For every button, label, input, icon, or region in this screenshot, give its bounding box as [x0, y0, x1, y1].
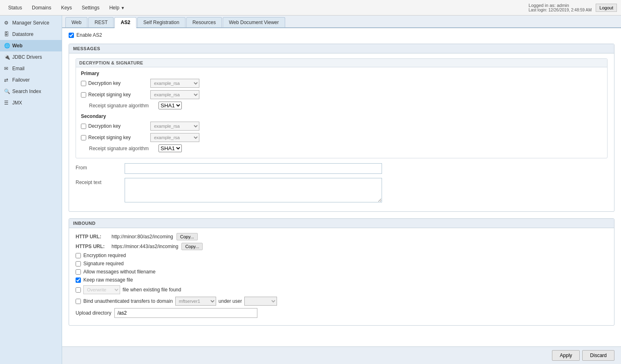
https-url-label: HTTPS URL: — [76, 244, 108, 249]
sidebar-item-email[interactable]: ✉ Email — [0, 63, 62, 74]
logout-button[interactable]: Logout — [596, 4, 617, 12]
primary-algo-select[interactable]: SHA1 — [159, 102, 182, 109]
bind-unauthenticated-row: Bind unauthenticated transfers to domain… — [76, 297, 608, 306]
primary-algo-row: Receipt signature algorithm SHA1 — [81, 102, 602, 109]
secondary-label: Secondary — [81, 113, 602, 119]
primary-decryption-key-row: Decryption key example_rsa — [81, 79, 602, 88]
database-icon: 🗄 — [4, 31, 10, 37]
sidebar-item-failover[interactable]: ⇄ Failover — [0, 74, 62, 86]
tab-rest[interactable]: REST — [88, 17, 114, 27]
bottom-bar: Apply Discard — [62, 346, 621, 364]
failover-icon: ⇄ — [4, 77, 10, 83]
content-area: Web REST AS2 Self Registration Resources… — [62, 16, 621, 364]
primary-receipt-signing-key-label[interactable]: Receipt signing key — [81, 92, 150, 98]
tab-web-document-viewer[interactable]: Web Document Viewer — [223, 17, 285, 27]
tab-web[interactable]: Web — [65, 17, 87, 27]
under-user-label: under user — [219, 298, 242, 304]
allow-messages-label[interactable]: Allow messages without filename — [83, 269, 156, 275]
bind-user-select[interactable] — [244, 297, 277, 306]
receipt-text-row: Receipt text — [76, 178, 608, 202]
tab-self-registration[interactable]: Self Registration — [137, 17, 185, 27]
plug-icon: 🔌 — [4, 54, 10, 60]
overwrite-suffix-label: file when existing file found — [123, 287, 181, 293]
encryption-required-row: Encryption required — [76, 253, 608, 258]
secondary-decryption-key-label[interactable]: Decryption key — [81, 123, 150, 129]
sidebar-item-manager-service[interactable]: ⚙ Manager Service — [0, 17, 62, 29]
enable-as2-checkbox[interactable] — [69, 33, 74, 38]
primary-label: Primary — [81, 71, 602, 76]
jmx-icon: ☰ — [4, 100, 10, 106]
https-url-row: HTTPS URL: https://minor:443/as2/incomin… — [76, 243, 608, 250]
sidebar-item-jmx[interactable]: ☰ JMX — [0, 97, 62, 109]
login-info: Logged in as: admin Last login: 12/26/20… — [529, 3, 592, 12]
primary-receipt-signing-key-checkbox[interactable] — [81, 92, 86, 98]
http-url-copy-button[interactable]: Copy... — [176, 233, 198, 240]
primary-decryption-key-checkbox[interactable] — [81, 81, 86, 86]
nav-help[interactable]: Help ▼ — [105, 2, 129, 14]
secondary-receipt-signing-key-checkbox[interactable] — [81, 135, 86, 140]
sidebar-item-search-index[interactable]: 🔍 Search Index — [0, 86, 62, 97]
upload-directory-row: Upload directory /as2 — [76, 308, 608, 318]
globe-icon: 🌐 — [4, 43, 10, 49]
http-url-row: HTTP URL: http://minor:80/as2/incoming C… — [76, 233, 608, 240]
nav-status[interactable]: Status — [4, 2, 26, 14]
https-url-copy-button[interactable]: Copy... — [181, 243, 203, 250]
primary-receipt-signing-key-select[interactable]: example_rsa — [150, 90, 199, 99]
sidebar: ⚙ Manager Service 🗄 Datastore 🌐 Web 🔌 JD… — [0, 16, 62, 364]
nav-domains[interactable]: Domains — [28, 2, 55, 14]
bind-unauthenticated-label: Bind unauthenticated transfers to domain — [83, 298, 173, 304]
top-nav: Status Domains Keys Settings Help ▼ Logg… — [0, 0, 621, 16]
secondary-decryption-key-checkbox[interactable] — [81, 124, 86, 129]
keep-raw-label[interactable]: Keep raw message file — [83, 277, 133, 283]
upload-directory-input[interactable]: /as2 — [114, 308, 257, 318]
sidebar-item-jdbc-drivers[interactable]: 🔌 JDBC Drivers — [0, 51, 62, 63]
primary-algo-label: Receipt signature algorithm — [89, 103, 159, 109]
from-input[interactable] — [125, 163, 382, 174]
receipt-text-input[interactable] — [125, 178, 382, 202]
bind-domain-select[interactable]: mftserver1 — [175, 297, 216, 306]
secondary-receipt-signing-key-select[interactable]: example_rsa — [150, 133, 199, 142]
enable-as2-row: Enable AS2 — [69, 32, 614, 38]
secondary-decryption-key-select[interactable]: example_rsa — [150, 122, 199, 131]
signature-required-checkbox[interactable] — [76, 261, 81, 266]
bind-unauthenticated-checkbox[interactable] — [76, 299, 81, 304]
http-url-label: HTTP URL: — [76, 234, 108, 240]
sidebar-item-web[interactable]: 🌐 Web — [0, 40, 62, 51]
primary-decryption-key-select[interactable]: example_rsa — [150, 79, 199, 88]
secondary-algo-row: Receipt signature algorithm SHA1 — [81, 144, 602, 152]
enable-as2-label[interactable]: Enable AS2 — [76, 32, 102, 38]
from-label: From — [76, 163, 125, 171]
signature-required-label[interactable]: Signature required — [83, 261, 124, 266]
allow-messages-checkbox[interactable] — [76, 269, 81, 275]
secondary-receipt-signing-key-label[interactable]: Receipt signing key — [81, 135, 150, 140]
tab-as2[interactable]: AS2 — [114, 17, 136, 28]
keep-raw-checkbox[interactable] — [76, 277, 81, 283]
decryption-signature-section: DECRYPTION & SIGNATURE Primary Decryptio… — [76, 58, 608, 158]
inner-content: Enable AS2 MESSAGES DECRYPTION & SIGNATU… — [62, 28, 621, 346]
encryption-required-label[interactable]: Encryption required — [83, 253, 126, 258]
nav-settings[interactable]: Settings — [78, 2, 103, 14]
tab-resources[interactable]: Resources — [186, 17, 222, 27]
secondary-group: Secondary Decryption key example_rsa — [81, 113, 602, 152]
sidebar-item-datastore[interactable]: 🗄 Datastore — [0, 29, 62, 40]
overwrite-row: Overwrite file when existing file found — [76, 285, 608, 294]
messages-section-title: MESSAGES — [69, 44, 614, 53]
messages-section-content: DECRYPTION & SIGNATURE Primary Decryptio… — [69, 53, 614, 211]
primary-receipt-signing-key-row: Receipt signing key example_rsa — [81, 90, 602, 99]
https-url-value: https://minor:443/as2/incoming — [112, 244, 178, 249]
gear-icon: ⚙ — [4, 20, 10, 26]
tabs-bar: Web REST AS2 Self Registration Resources… — [62, 16, 621, 28]
apply-button[interactable]: Apply — [552, 350, 580, 361]
http-url-value: http://minor:80/as2/incoming — [112, 234, 173, 240]
discard-button[interactable]: Discard — [582, 350, 614, 361]
inbound-section-title: INBOUND — [69, 219, 614, 228]
nav-keys[interactable]: Keys — [57, 2, 76, 14]
overwrite-checkbox[interactable] — [76, 287, 81, 293]
top-nav-left: Status Domains Keys Settings Help ▼ — [4, 2, 129, 14]
overwrite-select[interactable]: Overwrite — [83, 285, 120, 294]
secondary-decryption-key-row: Decryption key example_rsa — [81, 122, 602, 131]
encryption-required-checkbox[interactable] — [76, 253, 81, 258]
primary-decryption-key-label[interactable]: Decryption key — [81, 80, 150, 86]
upload-directory-label: Upload directory — [76, 310, 111, 316]
secondary-algo-select[interactable]: SHA1 — [159, 144, 182, 152]
